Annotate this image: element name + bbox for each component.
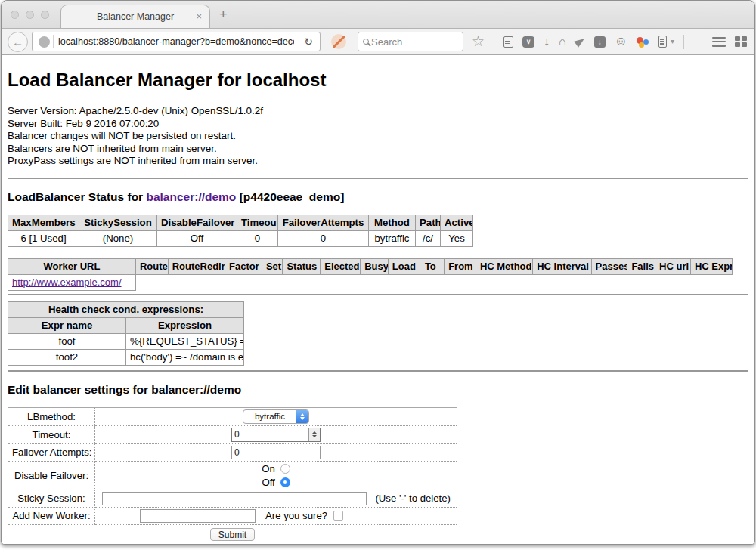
divider [8, 370, 748, 372]
server-built: Server Built: Feb 9 2016 07:00:20 [8, 118, 748, 131]
browser-window: Balancer Manager × + ← ↻ ☆ ∨ ↓ ⌂ ↓ [1, 0, 755, 545]
search-bar[interactable] [358, 32, 463, 51]
form-row-add-worker: Add New Worker: Are you sure? [8, 507, 457, 524]
failover-attempts-input[interactable] [232, 447, 320, 458]
divider [8, 294, 748, 295]
add-worker-label: Add New Worker: [8, 507, 95, 524]
column-header: Route [135, 258, 168, 274]
minimize-window-button[interactable] [26, 11, 34, 19]
bookmark-star-icon[interactable]: ☆ [472, 36, 485, 48]
status-heading-prefix: LoadBalancer Status for [8, 190, 146, 203]
page-title: Load Balancer Manager for localhost [8, 55, 748, 91]
form-row-sticky-session: Sticky Session: (Use '-' to delete) [8, 490, 457, 507]
table-header-row: Health check cond. expressions: [8, 301, 244, 317]
column-header: FailoverAttempts [278, 215, 369, 230]
zoom-window-button[interactable] [41, 11, 49, 19]
submit-button[interactable]: Submit [210, 528, 255, 541]
column-header: HC Method [476, 258, 532, 274]
site-identity-globe-icon[interactable] [39, 36, 50, 48]
column-header: Load [388, 258, 417, 274]
column-header: Passes [591, 258, 627, 274]
worker-url-cell: http://www.example.com/ [8, 274, 136, 290]
column-header: Path [416, 215, 441, 230]
table-row: http://www.example.com/ [8, 274, 733, 290]
expr-name-cell: foof [8, 333, 126, 349]
share-colored-dots-icon[interactable] [637, 36, 649, 48]
navigation-toolbar: ← ↻ ☆ ∨ ↓ ⌂ ↓ ☺ ▾ [2, 28, 754, 55]
status-heading: LoadBalancer Status for balancer://demo … [8, 190, 748, 204]
number-spinner-icon[interactable] [308, 428, 320, 441]
notice-persist: Balancer changes will NOT be persisted o… [8, 130, 748, 143]
form-row-failover-attempts: Failover Attempts: [8, 443, 457, 461]
downloads-icon[interactable]: ↓ [544, 36, 550, 48]
send-tab-icon[interactable] [574, 36, 586, 48]
back-button[interactable]: ← [8, 32, 28, 52]
form-row-submit: Submit [8, 524, 457, 544]
health-check-table: Health check cond. expressions: Expr nam… [8, 301, 244, 366]
lbmethod-selected-value: bytraffic [243, 412, 296, 421]
timeout-input[interactable] [232, 429, 308, 440]
close-window-button[interactable] [11, 11, 19, 19]
tiles-grid-icon[interactable] [735, 36, 747, 47]
are-you-sure-checkbox[interactable] [333, 511, 343, 521]
balancer-status-table: MaxMembersStickySessionDisableFailoverTi… [8, 215, 473, 247]
table-cell: (None) [79, 230, 157, 246]
form-row-lbmethod: LBmethod: bytraffic [8, 407, 457, 425]
table-cell: 0 [237, 230, 278, 246]
select-stepper-icon [296, 409, 308, 424]
table-cell: Off [157, 230, 237, 246]
search-icon [363, 39, 369, 45]
column-header: Factor [225, 258, 262, 274]
column-header: HC Expr [690, 258, 732, 274]
edit-settings-heading: Edit balancer settings for balancer://de… [8, 383, 748, 397]
failover-attempts-label: Failover Attempts: [8, 443, 95, 461]
worker-url-link[interactable]: http://www.example.com/ [12, 277, 122, 288]
feedback-smiley-icon[interactable]: ☺ [615, 36, 627, 48]
url-input[interactable] [54, 36, 299, 47]
column-header: Expression [126, 317, 244, 333]
timeout-field[interactable] [231, 428, 321, 442]
save-page-icon[interactable]: ↓ [594, 36, 606, 48]
pocket-icon[interactable]: ∨ [522, 36, 534, 48]
column-header: RouteRedir [168, 258, 225, 274]
failover-attempts-field[interactable] [231, 446, 321, 459]
radio-off-label: Off [262, 477, 275, 488]
search-input[interactable] [371, 36, 458, 48]
balancer-demo-link[interactable]: balancer://demo [146, 190, 236, 203]
content-blocked-icon[interactable] [331, 34, 346, 49]
expression-cell: %{REQUEST_STATUS} =~ /^[234]/ [126, 333, 244, 349]
radio-off[interactable] [280, 477, 290, 487]
sticky-session-input[interactable] [102, 492, 367, 505]
reload-icon[interactable]: ↻ [299, 36, 317, 48]
lbmethod-select[interactable]: bytraffic [243, 409, 309, 424]
column-header: Active [441, 215, 473, 230]
table-row: foof %{REQUEST_STATUS} =~ /^[234]/ [8, 333, 244, 349]
timeout-label: Timeout: [8, 425, 95, 443]
bookmarks-menu-icon[interactable] [503, 36, 513, 48]
toolbar-divider [494, 35, 494, 49]
chevron-down-icon[interactable]: ▾ [671, 36, 674, 48]
tab-close-icon[interactable]: × [196, 11, 202, 22]
extension-icon[interactable] [658, 36, 667, 48]
radio-on[interactable] [280, 464, 290, 474]
column-header: Set [262, 258, 282, 274]
form-row-disable-failover: Disable Failover: On Off [8, 461, 457, 490]
back-arrow-icon: ← [12, 36, 23, 48]
edit-balancer-form: LBmethod: bytraffic Timeout: [8, 407, 457, 545]
worker-status-table: Worker URLRouteRouteRedirFactorSetStatus… [8, 258, 733, 291]
url-bar[interactable]: ↻ [32, 32, 321, 51]
menu-hamburger-icon[interactable] [712, 37, 726, 47]
divider [8, 178, 748, 179]
home-icon[interactable]: ⌂ [559, 36, 566, 48]
form-row-timeout: Timeout: [8, 425, 457, 443]
tab-balancer-manager[interactable]: Balancer Manager × [60, 5, 210, 28]
table-cell: bytraffic [369, 230, 416, 246]
column-header: StickySession [79, 215, 157, 230]
table-cell: Yes [441, 230, 473, 246]
expression-cell: hc('body') =~ /domain is established/ [126, 349, 244, 365]
add-worker-input[interactable] [140, 509, 256, 523]
radio-on-label: On [262, 463, 275, 474]
column-header: HC uri [655, 258, 691, 274]
toolbar-divider [683, 35, 684, 49]
new-tab-button[interactable]: + [219, 7, 228, 23]
